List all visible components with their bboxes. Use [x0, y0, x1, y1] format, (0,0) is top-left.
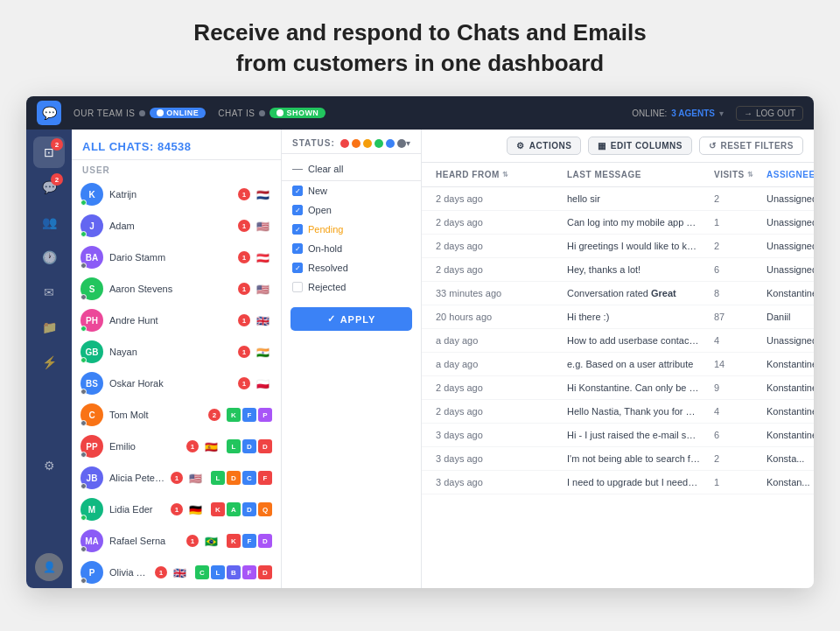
- heard-from-cell: 2 days ago: [432, 235, 564, 257]
- visits-cell: 2: [710, 447, 763, 470]
- table-row[interactable]: a day agoHow to add userbase contacts to…: [422, 329, 814, 353]
- table-row[interactable]: 33 minutes agoConversation rated Great8K…: [422, 282, 814, 305]
- last-message-cell: hello sir: [564, 187, 704, 210]
- filter-item[interactable]: ✓Open: [282, 200, 421, 220]
- chat-user-item[interactable]: SAaron Stevens1🇺🇸: [72, 273, 281, 305]
- table-row[interactable]: 3 days agoI'm not being able to search f…: [422, 447, 814, 471]
- chat-user-item[interactable]: POlivia Rogers1🇬🇧CLBFD: [72, 557, 281, 588]
- user-badge: 2: [208, 409, 220, 421]
- filter-chevron-icon[interactable]: ▾: [406, 138, 410, 148]
- main-body: ⊡ 2 💬 2 👥 🕐 ✉ 📁 ⚡ ⚙: [26, 130, 814, 588]
- logout-button[interactable]: → LOG OUT: [736, 106, 803, 121]
- chat-user-item[interactable]: JAdam1🇺🇸: [72, 210, 281, 242]
- filter-checkbox[interactable]: ✓: [292, 263, 303, 273]
- status-dot: [352, 139, 360, 148]
- filter-checkbox[interactable]: [292, 282, 303, 292]
- chat-user-item[interactable]: CTom Molt2KFP: [72, 399, 281, 431]
- headline-line2: from customers in one dashboard: [236, 50, 604, 76]
- sidebar-item-settings[interactable]: ⚙: [33, 450, 65, 481]
- chat-user-item[interactable]: JBAlicia Peterson1🇺🇸LDCF: [72, 462, 281, 494]
- team-status: OUR TEAM IS ONLINE: [74, 108, 206, 118]
- online-dot: [80, 389, 87, 395]
- tag-badge: D: [258, 534, 272, 548]
- last-message-cell: Hello Nastia, Thank you for contacti...: [564, 400, 704, 423]
- table-row[interactable]: a day agoe.g. Based on a user attribute1…: [422, 353, 814, 376]
- filter-checkbox[interactable]: ✓: [292, 205, 303, 215]
- heard-from-cell: 3 days ago: [432, 447, 564, 470]
- user-tags: KFP: [227, 408, 272, 422]
- chat-user-item[interactable]: MLidia Eder1🇩🇪KADQ: [72, 494, 281, 525]
- filter-item-label: Open: [308, 205, 332, 215]
- chat-user-item[interactable]: PHAndre Hunt1🇬🇧: [72, 305, 281, 336]
- filter-item[interactable]: Rejected: [282, 277, 421, 297]
- table-header[interactable]: HEARD FROM ⇅: [432, 163, 564, 186]
- chat-toggle[interactable]: SHOWN: [270, 108, 326, 118]
- actions-button[interactable]: ⚙ ACTIONS: [507, 137, 581, 155]
- filter-item[interactable]: ✓Pending: [282, 220, 421, 239]
- user-avatar-circle: C: [80, 403, 103, 426]
- filter-clear-row[interactable]: — Clear all: [282, 158, 421, 181]
- headline-line1: Receive and respond to Chats and Emails: [193, 19, 646, 46]
- sidebar-item-contacts[interactable]: 👥: [33, 207, 65, 238]
- table-row[interactable]: 3 days agoHi - I just raised the e-mail …: [422, 424, 814, 447]
- chat-list-panel: ALL CHATS: 84538 USER KKatrijn1🇳🇱JAdam1🇺…: [72, 130, 282, 588]
- sidebar-item-files[interactable]: 📁: [33, 312, 65, 343]
- user-name: Andre Hunt: [109, 315, 232, 326]
- user-badge: 1: [238, 283, 250, 295]
- chat-user-item[interactable]: BADario Stamm1🇦🇹: [72, 242, 281, 273]
- chat-user-item[interactable]: GBNayan1🇮🇳: [72, 336, 281, 368]
- apply-button[interactable]: ✓ APPLY: [290, 307, 412, 331]
- chat-user-item[interactable]: BSOskar Horak1🇵🇱: [72, 368, 281, 399]
- user-badge: 1: [171, 503, 183, 515]
- chat-user-item[interactable]: MARafael Serna1🇧🇷KFD: [72, 525, 281, 557]
- sidebar-item-email[interactable]: ✉: [33, 277, 65, 308]
- sidebar-item-history[interactable]: 🕐: [33, 242, 65, 273]
- user-avatar-circle: BA: [80, 246, 103, 269]
- chat-user-item[interactable]: KKatrijn1🇳🇱: [72, 179, 281, 210]
- online-dot: [80, 515, 87, 521]
- last-message-cell: e.g. Based on a user attribute: [564, 353, 704, 375]
- table-row[interactable]: 2 days agoCan log into my mobile app on …: [422, 211, 814, 235]
- filter-item[interactable]: ✓On-hold: [282, 239, 421, 258]
- user-flag: 🇵🇱: [256, 378, 272, 389]
- edit-columns-button[interactable]: ▦ EDIT COLUMNS: [588, 137, 692, 155]
- table-row[interactable]: 2 days agoHey, thanks a lot!6Unassigned: [422, 258, 814, 282]
- heard-from-cell: a day ago: [432, 329, 564, 352]
- table-header[interactable]: VISITS ⇅: [710, 163, 763, 186]
- filter-item[interactable]: ✓New: [282, 181, 421, 200]
- online-dot: [80, 357, 87, 363]
- sidebar-item-analytics[interactable]: ⚡: [33, 347, 65, 378]
- table-row[interactable]: 2 days agoHello Nastia, Thank you for co…: [422, 400, 814, 424]
- reset-filters-button[interactable]: ↺ RESET FILTERS: [699, 137, 803, 155]
- sidebar-item-chats[interactable]: 💬 2: [33, 172, 65, 203]
- user-col-label: USER: [72, 160, 281, 179]
- table-row[interactable]: 2 days agoHi Konstantine. Can only be gm…: [422, 376, 814, 400]
- filter-checkbox[interactable]: ✓: [292, 243, 303, 254]
- user-avatar-circle: MA: [80, 529, 103, 552]
- user-avatar-circle: JB: [80, 466, 103, 489]
- table-toolbar: ⚙ ACTIONS ▦ EDIT COLUMNS ↺ RESET FILTERS: [422, 130, 814, 163]
- table-row[interactable]: 2 days agohello sir2Unassigned: [422, 187, 814, 211]
- extra-cell: [704, 358, 710, 370]
- table-rows: 2 days agohello sir2Unassigned2 days ago…: [422, 187, 814, 588]
- visits-cell: 6: [710, 258, 763, 281]
- sidebar-item-home[interactable]: ⊡ 2: [33, 137, 65, 168]
- filter-items-list: ✓New✓Open✓Pending✓On-hold✓ResolvedReject…: [282, 181, 421, 297]
- assignee-cell: Unassigned: [763, 211, 814, 234]
- user-avatar-circle: K: [80, 183, 103, 206]
- user-name: Aaron Stevens: [109, 284, 232, 294]
- user-name: Dario Stamm: [109, 252, 232, 263]
- filter-item[interactable]: ✓Resolved: [282, 258, 421, 277]
- assignee-cell: Unassigned: [763, 258, 814, 281]
- user-avatar[interactable]: 👤: [35, 553, 63, 581]
- filter-checkbox[interactable]: ✓: [292, 224, 303, 235]
- extra-cell: [704, 382, 710, 394]
- user-badge: 1: [155, 566, 167, 578]
- table-row[interactable]: 2 days agoHi greetings I would like to k…: [422, 235, 814, 258]
- clear-all-label: Clear all: [308, 164, 343, 174]
- chat-user-item[interactable]: PPEmilio1🇪🇸LDD: [72, 431, 281, 462]
- table-row[interactable]: 3 days agoI need to upgrade but I need t…: [422, 471, 814, 494]
- table-row[interactable]: 20 hours agoHi there :)87Daniil: [422, 305, 814, 329]
- team-toggle[interactable]: ONLINE: [150, 108, 206, 118]
- filter-checkbox[interactable]: ✓: [292, 186, 303, 196]
